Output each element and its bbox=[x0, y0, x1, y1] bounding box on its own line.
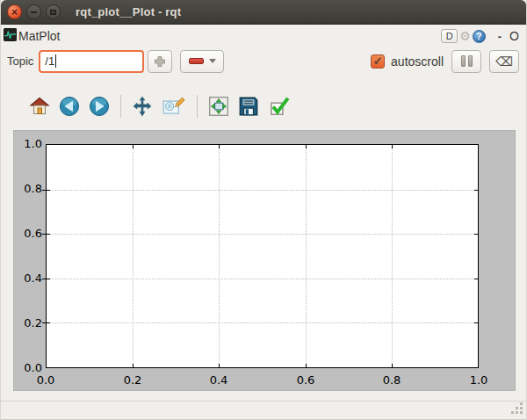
zoom-edit-icon[interactable] bbox=[161, 95, 187, 118]
window-title: rqt_plot__Plot - rqt bbox=[76, 5, 181, 18]
ytick-label: 0.6 bbox=[16, 227, 42, 240]
plot-axes[interactable] bbox=[46, 144, 479, 368]
topic-label: Topic bbox=[7, 54, 33, 68]
figure-canvas[interactable]: 1.0 0.8 0.6 0.4 0.2 0.0 0.0 0.2 0.4 0.6 … bbox=[13, 130, 516, 391]
ytick-label: 0.4 bbox=[16, 272, 42, 285]
plus-icon bbox=[153, 54, 167, 69]
autoscroll-group: ✓ autoscroll bbox=[371, 54, 444, 69]
chevron-down-icon bbox=[209, 59, 216, 63]
ytick-label: 0.2 bbox=[16, 316, 42, 329]
window-maximize-icon[interactable] bbox=[46, 4, 61, 19]
pan-icon[interactable] bbox=[131, 95, 154, 118]
plugin-title: MatPlot bbox=[18, 29, 60, 43]
dock-float-button[interactable]: - bbox=[498, 30, 502, 43]
subplots-icon[interactable] bbox=[207, 95, 230, 118]
dock-d-button[interactable]: D bbox=[441, 29, 458, 43]
gridline-vertical bbox=[392, 145, 393, 367]
customize-check-icon[interactable] bbox=[267, 95, 290, 118]
pause-button[interactable] bbox=[451, 50, 481, 73]
maximize-box bbox=[50, 10, 56, 15]
resize-grip-icon[interactable] bbox=[509, 402, 523, 416]
gridline-horizontal bbox=[47, 279, 478, 279]
pause-icon-bar2 bbox=[468, 55, 473, 67]
clear-button[interactable]: ⌫ bbox=[489, 50, 519, 73]
remove-topic-dropdown-button[interactable] bbox=[180, 50, 224, 73]
dock-header: MatPlot D ⚙ ? - O bbox=[1, 25, 526, 46]
xtick-label: 0.8 bbox=[378, 373, 406, 387]
minimize-bar bbox=[31, 11, 37, 13]
window-close-icon[interactable]: × bbox=[7, 4, 22, 19]
titlebar: × rqt_plot__Plot - rqt bbox=[1, 0, 526, 25]
text-caret bbox=[55, 54, 56, 68]
gridline-vertical bbox=[219, 145, 220, 367]
toolbar-separator bbox=[197, 95, 198, 118]
gear-icon[interactable]: ⚙ bbox=[459, 29, 471, 43]
pause-icon bbox=[461, 55, 466, 67]
mpl-toolbar bbox=[28, 92, 290, 120]
autoscroll-label: autoscroll bbox=[391, 54, 444, 69]
dock-close-button[interactable]: O bbox=[509, 29, 519, 43]
xtick-label: 1.0 bbox=[465, 373, 493, 387]
xtick-label: 0.2 bbox=[119, 373, 147, 387]
topic-input-value: /1 bbox=[45, 54, 54, 68]
xtick-label: 0.6 bbox=[292, 373, 320, 387]
home-icon[interactable] bbox=[28, 95, 51, 118]
ytick-label: 0.0 bbox=[16, 361, 42, 374]
toolbar-separator bbox=[120, 95, 121, 118]
gridline-horizontal bbox=[47, 234, 478, 235]
minus-icon bbox=[189, 58, 204, 64]
forward-icon[interactable] bbox=[88, 95, 111, 118]
back-icon[interactable] bbox=[58, 95, 81, 118]
gridline-horizontal bbox=[47, 322, 478, 323]
statusbar-separator bbox=[1, 401, 526, 402]
ytick-label: 1.0 bbox=[16, 137, 42, 150]
gridline-vertical bbox=[133, 145, 134, 367]
gridline-vertical bbox=[306, 145, 307, 367]
matplot-icon bbox=[4, 28, 17, 45]
topic-row: Topic /1 ✓ autoscroll ⌫ bbox=[1, 46, 526, 74]
window-minimize-icon[interactable] bbox=[26, 4, 41, 19]
ytick-label: 0.8 bbox=[16, 182, 42, 195]
dock-header-buttons: D ⚙ ? - O bbox=[441, 29, 519, 43]
autoscroll-checkbox[interactable]: ✓ bbox=[371, 54, 385, 69]
help-icon[interactable]: ? bbox=[473, 30, 486, 43]
gridline-horizontal bbox=[47, 190, 478, 191]
topic-input[interactable]: /1 bbox=[39, 50, 144, 73]
xtick-label: 0.0 bbox=[32, 373, 60, 387]
save-icon[interactable] bbox=[237, 95, 260, 118]
xtick-label: 0.4 bbox=[205, 373, 233, 387]
add-topic-button[interactable] bbox=[148, 50, 172, 73]
rqt-window: × rqt_plot__Plot - rqt MatPlot D ⚙ ? - O… bbox=[0, 0, 527, 420]
